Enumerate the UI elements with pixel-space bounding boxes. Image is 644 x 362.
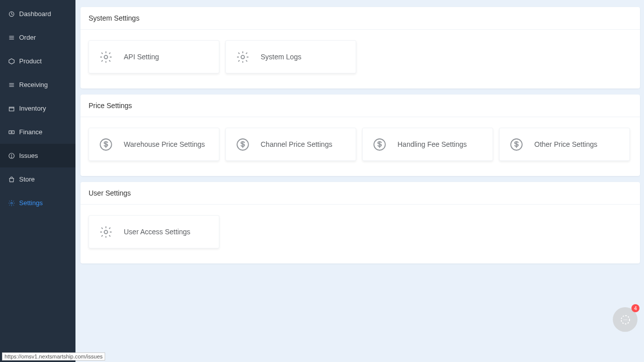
chat-icon [620, 314, 631, 325]
sidebar-item-settings[interactable]: Settings [0, 191, 75, 215]
gear-icon [236, 50, 250, 64]
panel-header: User Settings [80, 182, 640, 205]
sidebar-item-store[interactable]: Store [0, 167, 75, 191]
panel-header: Price Settings [80, 95, 640, 117]
panel-body: API SettingSystem Logs [80, 30, 640, 88]
svg-point-14 [11, 202, 13, 204]
sidebar-item-label: Finance [19, 128, 42, 136]
sidebar-item-label: Order [19, 34, 36, 41]
card-api-setting[interactable]: API Setting [89, 40, 219, 73]
gear-icon [99, 225, 113, 239]
sidebar-item-inventory[interactable]: Inventory [0, 97, 75, 120]
panel-body: User Access Settings [80, 205, 640, 263]
gear-icon [99, 50, 113, 64]
sidebar-item-label: Store [19, 175, 35, 183]
gear-icon [8, 200, 15, 207]
card-channel-price-settings[interactable]: Channel Price Settings [225, 128, 356, 161]
panel-price-settings: Price SettingsWarehouse Price SettingsCh… [80, 95, 640, 176]
status-bar-url: https://omsv1.nextsmartship.com/issues [2, 352, 105, 360]
box-icon [8, 105, 15, 112]
sidebar-item-label: Issues [19, 152, 38, 159]
sidebar-item-label: Product [19, 57, 42, 65]
sidebar: DashboardOrderProductReceivingInventoryF… [0, 0, 75, 362]
sidebar-item-dashboard[interactable]: Dashboard [0, 2, 75, 26]
panel-system-settings: System SettingsAPI SettingSystem Logs [80, 7, 640, 88]
bag-icon [8, 176, 15, 183]
money-icon [8, 129, 15, 136]
card-label: User Access Settings [124, 228, 190, 236]
list-icon [8, 81, 15, 88]
alert-icon [8, 152, 15, 159]
panel-user-settings: User SettingsUser Access Settings [80, 182, 640, 263]
card-warehouse-price-settings[interactable]: Warehouse Price Settings [89, 128, 219, 161]
svg-rect-8 [9, 107, 14, 111]
dollar-icon [99, 138, 113, 151]
card-label: Other Price Settings [534, 140, 597, 148]
card-user-access-settings[interactable]: User Access Settings [89, 215, 219, 248]
card-label: System Logs [261, 53, 301, 61]
svg-rect-9 [9, 131, 15, 134]
svg-point-25 [626, 319, 627, 320]
card-system-logs[interactable]: System Logs [225, 40, 356, 73]
sidebar-item-label: Settings [19, 199, 43, 207]
card-label: Channel Price Settings [261, 140, 332, 148]
sidebar-item-receiving[interactable]: Receiving [0, 73, 75, 97]
card-handling-fee-settings[interactable]: Handling Fee Settings [362, 128, 493, 161]
svg-point-21 [104, 230, 108, 234]
list-icon [8, 34, 15, 41]
cube-icon [8, 58, 15, 65]
dollar-icon [510, 138, 523, 151]
sidebar-item-issues[interactable]: Issues [0, 144, 75, 167]
card-label: Handling Fee Settings [397, 140, 467, 148]
dashboard-icon [8, 11, 15, 18]
sidebar-item-label: Dashboard [19, 10, 51, 18]
svg-point-10 [11, 131, 12, 132]
sidebar-item-finance[interactable]: Finance [0, 120, 75, 144]
svg-point-24 [625, 319, 625, 320]
dollar-icon [236, 138, 250, 151]
card-other-price-settings[interactable]: Other Price Settings [499, 128, 630, 161]
panel-body: Warehouse Price SettingsChannel Price Se… [80, 117, 640, 176]
sidebar-item-order[interactable]: Order [0, 26, 75, 49]
sidebar-item-product[interactable]: Product [0, 49, 75, 73]
dollar-icon [373, 138, 386, 151]
panel-header: System Settings [80, 7, 640, 30]
svg-point-23 [623, 319, 624, 320]
svg-marker-4 [9, 58, 15, 64]
sidebar-item-label: Inventory [19, 105, 46, 112]
sidebar-item-label: Receiving [19, 81, 48, 88]
card-label: API Setting [124, 53, 159, 61]
svg-point-13 [12, 157, 12, 157]
card-label: Warehouse Price Settings [124, 140, 205, 148]
chat-badge: 4 [631, 304, 639, 312]
main-content: System SettingsAPI SettingSystem LogsPri… [75, 0, 644, 362]
svg-point-16 [241, 55, 245, 59]
svg-point-15 [104, 55, 108, 59]
chat-button[interactable]: 4 [613, 307, 637, 332]
